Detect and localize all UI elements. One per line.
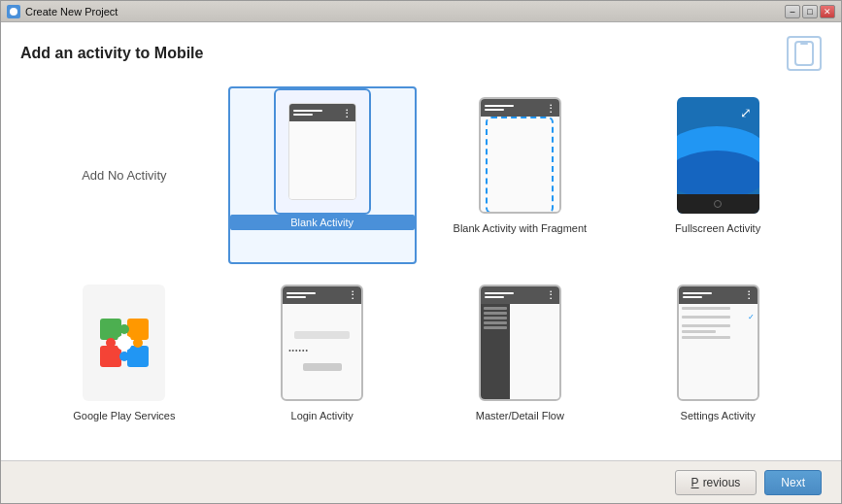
login-button-mock bbox=[303, 363, 342, 371]
settings-line-a bbox=[682, 307, 730, 310]
blank-activity-label: Blank Activity bbox=[230, 215, 415, 230]
phone-line-2 bbox=[293, 114, 313, 116]
activity-card-blank-fragment[interactable]: ⋮ Blank Activity with Fragment bbox=[426, 86, 615, 264]
blank-menu-dots: ⋮ bbox=[342, 108, 352, 118]
master-line-1 bbox=[485, 292, 514, 294]
blank-fragment-label: Blank Activity with Fragment bbox=[454, 222, 588, 234]
bottom-bar: Previous Next bbox=[1, 460, 841, 503]
master-line-2 bbox=[485, 296, 504, 298]
settings-line-e bbox=[682, 336, 730, 339]
fragment-line-2 bbox=[485, 109, 504, 111]
google-play-label: Google Play Services bbox=[73, 410, 175, 421]
master-lines bbox=[485, 292, 544, 298]
next-label: Next bbox=[781, 476, 805, 489]
fragment-top-bar: ⋮ bbox=[481, 99, 559, 117]
settings-line-b bbox=[682, 316, 730, 319]
login-username-field bbox=[294, 331, 350, 339]
master-dots: ⋮ bbox=[546, 289, 556, 300]
master-item-1 bbox=[484, 307, 507, 310]
settings-dots: ⋮ bbox=[744, 289, 754, 300]
svg-point-8 bbox=[119, 352, 129, 361]
svg-rect-3 bbox=[100, 319, 121, 340]
main-window: Create New Project – □ ✕ Add an activity… bbox=[0, 0, 842, 504]
content-area: Add an activity to Mobile Add No Activit… bbox=[1, 22, 841, 460]
login-lines bbox=[286, 292, 346, 298]
blank-top-bar: ⋮ bbox=[289, 104, 355, 121]
blank-fragment-thumbnail: ⋮ bbox=[432, 92, 609, 218]
master-detail-label: Master/Detail Flow bbox=[476, 410, 564, 421]
minimize-button[interactable]: – bbox=[785, 5, 800, 18]
settings-line-2 bbox=[683, 296, 702, 298]
settings-row-5 bbox=[682, 336, 755, 339]
activity-card-login[interactable]: ⋮ •••••• Login Activity bbox=[228, 274, 417, 452]
activity-card-no-activity[interactable]: Add No Activity bbox=[30, 86, 219, 264]
fragment-body bbox=[481, 117, 559, 214]
login-line-1 bbox=[286, 292, 316, 294]
settings-row-4 bbox=[682, 330, 755, 333]
maximize-button[interactable]: □ bbox=[802, 5, 818, 18]
master-item-3 bbox=[484, 317, 507, 319]
activity-card-google-play[interactable]: Google Play Services bbox=[30, 274, 219, 452]
blank-phone-thumbnail: ⋮ bbox=[274, 88, 371, 215]
page-header: Add an activity to Mobile bbox=[20, 36, 822, 71]
login-password-field: •••••• bbox=[288, 347, 355, 353]
fullscreen-thumbnail: ⤢ bbox=[629, 92, 806, 218]
settings-label: Settings Activity bbox=[681, 410, 756, 421]
svg-point-0 bbox=[10, 8, 17, 16]
page-title: Add an activity to Mobile bbox=[20, 45, 203, 62]
title-bar: Create New Project – □ ✕ bbox=[1, 1, 841, 22]
fragment-dots: ⋮ bbox=[546, 103, 556, 114]
window-title: Create New Project bbox=[25, 6, 785, 17]
activity-card-master-detail[interactable]: ⋮ M bbox=[426, 274, 615, 452]
svg-rect-5 bbox=[127, 319, 149, 340]
svg-point-7 bbox=[119, 324, 129, 334]
master-detail-thumbnail: ⋮ bbox=[432, 280, 609, 406]
settings-rows: ✓ bbox=[679, 304, 758, 399]
previous-label-rest: revious bbox=[703, 476, 741, 489]
settings-row-1 bbox=[682, 307, 755, 310]
settings-line-1 bbox=[683, 292, 712, 294]
previous-label-p: P bbox=[691, 476, 699, 489]
google-play-phone bbox=[83, 285, 165, 401]
login-thumbnail: ⋮ •••••• bbox=[234, 280, 411, 406]
master-right-panel bbox=[510, 304, 559, 399]
master-left-panel bbox=[481, 304, 510, 399]
svg-rect-6 bbox=[127, 346, 149, 367]
window-controls: – □ ✕ bbox=[785, 5, 835, 18]
close-button[interactable]: ✕ bbox=[820, 5, 835, 18]
google-play-thumbnail bbox=[36, 280, 213, 406]
svg-point-9 bbox=[106, 338, 116, 348]
activity-card-fullscreen[interactable]: ⤢ Fullscreen Activity bbox=[623, 86, 812, 264]
settings-row-2: ✓ bbox=[682, 313, 755, 321]
login-line-2 bbox=[286, 296, 306, 298]
master-item-5 bbox=[484, 326, 507, 329]
settings-thumbnail: ⋮ ✓ bbox=[629, 280, 806, 406]
settings-lines bbox=[683, 292, 742, 298]
phone-line-1 bbox=[293, 110, 322, 112]
svg-rect-4 bbox=[100, 346, 121, 367]
login-phone: ⋮ •••••• bbox=[281, 285, 363, 401]
settings-line-c bbox=[682, 324, 730, 327]
master-item-2 bbox=[484, 312, 507, 315]
settings-line-d bbox=[682, 330, 716, 333]
login-dots: ⋮ bbox=[348, 289, 357, 300]
previous-button[interactable]: Previous bbox=[675, 470, 758, 495]
activity-card-blank[interactable]: ⋮ Blank Activity bbox=[228, 86, 417, 264]
blank-body bbox=[289, 121, 355, 199]
activity-grid: Add No Activity ⋮ bbox=[20, 86, 822, 451]
settings-top-bar: ⋮ bbox=[679, 286, 758, 304]
blank-phone-inner: ⋮ bbox=[288, 103, 356, 200]
activity-card-settings[interactable]: ⋮ ✓ bbox=[623, 274, 812, 452]
master-item-4 bbox=[484, 321, 507, 324]
expand-icon: ⤢ bbox=[740, 105, 752, 120]
fullscreen-label: Fullscreen Activity bbox=[675, 222, 760, 234]
phone-icon-top bbox=[787, 36, 822, 71]
svg-point-11 bbox=[117, 335, 132, 351]
next-button[interactable]: Next bbox=[764, 470, 822, 495]
fullscreen-navbar bbox=[677, 194, 759, 214]
master-phone: ⋮ bbox=[479, 285, 561, 401]
fragment-line-1 bbox=[485, 105, 514, 107]
fragment-lines bbox=[485, 105, 544, 111]
svg-point-10 bbox=[133, 338, 143, 348]
window-icon bbox=[7, 5, 20, 18]
